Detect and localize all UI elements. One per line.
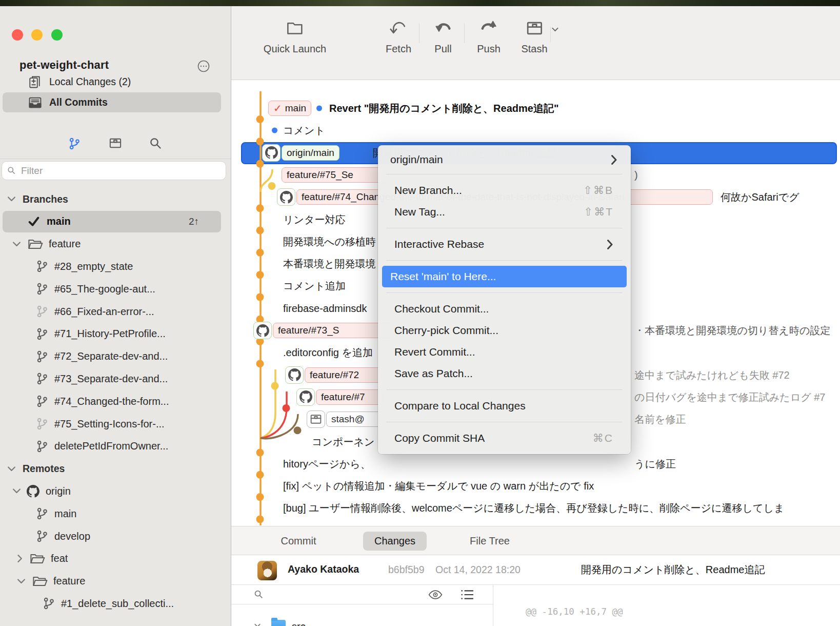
sidebar-item-feature[interactable]: feature <box>0 233 231 255</box>
toolbar: Quick Launch Fetch Pull Push Stash <box>231 6 840 80</box>
menu-item-compare-to-local-changes[interactable]: Compare to Local Changes <box>382 395 627 417</box>
ref-tag[interactable]: origin/main <box>282 145 339 161</box>
filter-input[interactable] <box>20 165 217 177</box>
sidebar-item-main[interactable]: main <box>0 503 231 524</box>
archive-box-icon[interactable] <box>109 137 122 150</box>
fetch-button[interactable]: Fetch <box>386 17 411 55</box>
commit-row[interactable]: コメント <box>231 120 840 142</box>
commit-subject: 本番環境と開発環境 <box>283 257 375 271</box>
menu-item-new-branch[interactable]: New Branch...⇧⌘B <box>382 180 627 201</box>
menu-item-label: Revert Commit... <box>394 346 475 358</box>
menu-item-cherry-pick-commit[interactable]: Cherry-pick Commit... <box>382 320 627 341</box>
sidebar: pet-weight-chart Local Changes (2) All C… <box>0 6 231 626</box>
chevron-down-icon[interactable] <box>7 466 16 472</box>
menu-item-copy-commit-sha[interactable]: Copy Commit SHA⌘C <box>382 427 627 449</box>
commit-row[interactable]: ✓mainRevert "開発用のコメント削除と、Readme追記" <box>231 97 840 120</box>
window-minimize-button[interactable] <box>31 29 43 41</box>
menu-shortcut: ⌘C <box>593 432 613 444</box>
stash-button[interactable]: Stash <box>521 17 547 55</box>
menu-item-reset-main-to-here[interactable]: Reset 'main' to Here... <box>382 266 627 287</box>
pull-button[interactable]: Pull <box>433 17 453 55</box>
chevron-right-icon[interactable] <box>17 554 23 563</box>
sidebar-item-deletepetidfromowner-[interactable]: deletePetIdFromOwner... <box>0 436 231 457</box>
commit-row[interactable]: [fix] ペットの情報追加・編集モーダルで vue の warn が出たので … <box>231 475 840 497</box>
menu-item-revert-commit[interactable]: Revert Commit... <box>382 341 627 363</box>
sidebar-item-label: All Commits <box>49 96 108 108</box>
commit-subject-fragment: うに修正 <box>634 457 676 471</box>
list-view-icon[interactable] <box>461 589 474 600</box>
quick-launch-button[interactable]: Quick Launch <box>264 17 326 55</box>
sidebar-item-local-changes-2-[interactable]: Local Changes (2) <box>3 72 221 92</box>
menu-item-label: Save as Patch... <box>394 367 473 380</box>
chevron-down-icon[interactable] <box>12 488 21 494</box>
branch-icon <box>36 327 48 341</box>
chevron-down-icon[interactable] <box>7 196 16 202</box>
ref-tag[interactable]: feature/#7 <box>316 389 383 405</box>
menu-divider <box>386 389 623 390</box>
search-icon[interactable] <box>254 590 264 599</box>
sidebar-item-develop[interactable]: develop <box>0 525 231 547</box>
window-close-button[interactable] <box>12 29 23 41</box>
menu-item-label: Compare to Local Changes <box>394 400 526 412</box>
sidebar-item--65-the-google-aut-[interactable]: #65_The-google-aut... <box>0 278 231 300</box>
ref-tag-label: stash@ <box>331 414 365 425</box>
commit-row[interactable]: [bug] ユーザー情報削除後、welcomeページに遷移した場合、再び登録した… <box>231 497 840 519</box>
push-button[interactable]: Push <box>477 17 501 55</box>
chevron-down-icon[interactable] <box>17 578 26 584</box>
commit-subject: コメント <box>283 124 325 138</box>
diff-hunk-header: @@ -16,10 +16,7 @@ <box>526 607 623 617</box>
commit-subject: .editorconfig を追加 <box>283 346 373 360</box>
chevron-down-icon[interactable] <box>12 241 21 247</box>
menu-divider <box>386 422 623 422</box>
stash-dropdown-chevron-icon[interactable] <box>551 27 559 32</box>
menu-item-label: Interactive Rebase <box>394 238 484 250</box>
filter-field[interactable] <box>2 161 226 180</box>
ref-tag[interactable]: feature/#73_S <box>273 323 396 338</box>
sidebar-item--1-delete-sub-collecti-[interactable]: #1_delete_sub_collecti... <box>0 593 231 614</box>
menu-item-save-as-patch[interactable]: Save as Patch... <box>382 363 627 384</box>
tab-label: File Tree <box>470 535 510 547</box>
ref-tag[interactable]: ✓main <box>268 101 311 116</box>
commit-subject: 開発環境への移植時 <box>283 234 376 248</box>
sidebar-item--72-separate-dev-and-[interactable]: #72_Separate-dev-and... <box>0 346 231 367</box>
ref-tag[interactable]: feature/#72 <box>305 367 382 383</box>
ref-tag[interactable]: feature/#75_Se <box>282 167 389 183</box>
menu-item-checkout-commit[interactable]: Checkout Commit... <box>382 298 627 320</box>
tab-commit[interactable]: Commit <box>270 532 328 551</box>
commit-row[interactable]: hitoryページから、うに修正 <box>231 453 840 475</box>
menu-item-interactive-rebase[interactable]: Interactive Rebase <box>382 233 627 255</box>
toolbar-separator <box>464 24 465 43</box>
submenu-chevron-icon <box>607 240 613 249</box>
menu-item-new-tag[interactable]: New Tag...⇧⌘T <box>382 201 627 223</box>
sidebar-item-origin[interactable]: origin <box>0 480 231 502</box>
search-icon <box>7 166 16 175</box>
sidebar-item-all-commits[interactable]: All Commits <box>3 92 221 112</box>
sidebar-item-feature[interactable]: feature <box>0 571 231 592</box>
file-tree-root-folder[interactable]: src <box>292 621 306 626</box>
search-icon[interactable] <box>149 137 163 150</box>
commit-subject: 何故かSafariでグ <box>721 190 799 204</box>
fork-app-window: pet-weight-chart Local Changes (2) All C… <box>0 0 840 626</box>
sidebar-item--71-history-petprofile-[interactable]: #71_History-PetProfile... <box>0 323 231 345</box>
sidebar-item--75-setting-icons-for-[interactable]: #75_Setting-Icons-for-... <box>0 413 231 435</box>
push-icon <box>479 17 498 39</box>
menu-shortcut: ⇧⌘B <box>583 184 613 197</box>
sidebar-item-main[interactable]: main2↑ <box>0 211 231 232</box>
sidebar-item--74-changed-the-form-[interactable]: #74_Changed-the-form... <box>0 390 231 412</box>
window-zoom-button[interactable] <box>51 29 63 41</box>
tab-file-tree[interactable]: File Tree <box>458 532 521 551</box>
unpushed-indicator-dot <box>272 128 277 133</box>
menu-divider <box>386 228 623 228</box>
menu-header-origin-main[interactable]: origin/main <box>378 150 631 169</box>
ref-tag[interactable]: stash@ <box>326 412 383 427</box>
chevron-down-icon[interactable] <box>254 623 261 626</box>
sidebar-item--73-separate-dev-and-[interactable]: #73_Separate-dev-and... <box>0 368 231 389</box>
tab-changes[interactable]: Changes <box>363 532 427 551</box>
sidebar-item-feat[interactable]: feat <box>0 548 231 570</box>
branch-icon[interactable] <box>68 137 82 150</box>
sidebar-item--66-fixed-an-error-[interactable]: #66_Fixed-an-error-... <box>0 301 231 322</box>
repo-more-icon[interactable] <box>197 60 210 73</box>
eye-icon[interactable] <box>428 589 443 601</box>
toolbar-button-label: Fetch <box>386 43 411 55</box>
sidebar-item--28-empty-state[interactable]: #28_empty_state <box>0 256 231 277</box>
